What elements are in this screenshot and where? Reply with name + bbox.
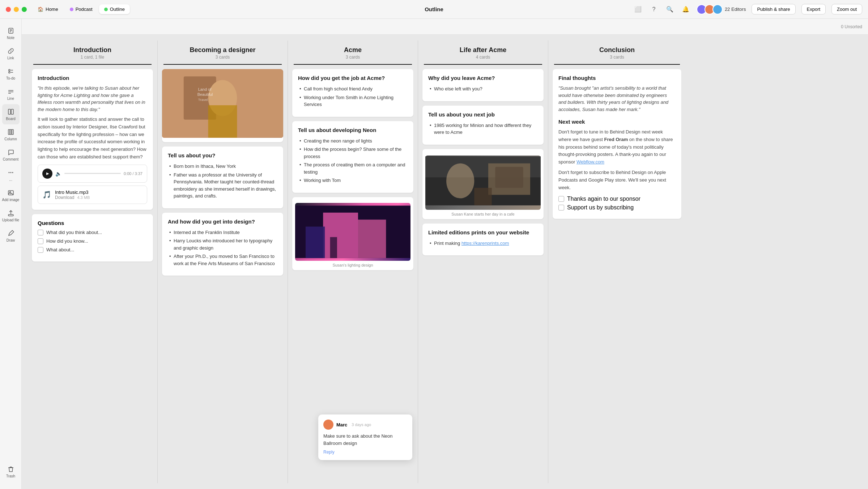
tab-outline[interactable]: Outline: [99, 4, 130, 14]
svg-rect-24: [208, 105, 237, 138]
checkbox-3[interactable]: [38, 247, 43, 253]
conclusion-title: Conclusion: [554, 46, 680, 54]
titlebar-icons: ⬜ ? 🔍 🔔: [633, 4, 691, 14]
note-icon: [7, 27, 14, 34]
avatar-3: [712, 4, 723, 14]
link-label: Link: [7, 56, 14, 60]
download-link[interactable]: Download: [55, 195, 74, 200]
minimize-button[interactable]: [14, 7, 19, 12]
column-becoming-header: Becoming a designer 3 cards: [158, 41, 288, 64]
checkbox-item-1: What did you think about...: [38, 230, 147, 235]
sidebar-item-column[interactable]: Column: [2, 124, 20, 145]
acme-title: Acme: [294, 46, 412, 54]
todo-label: To-do: [6, 76, 15, 80]
home-icon: 🏠: [38, 7, 43, 12]
conclusion-check-label-1: Thanks again to our sponsor: [567, 196, 641, 202]
svg-rect-29: [323, 212, 358, 258]
column-life-after: Life after Acme 4 cards Why did you leav…: [418, 41, 548, 483]
upload-icon: [7, 209, 14, 217]
close-button[interactable]: [6, 7, 11, 12]
svg-point-37: [446, 163, 474, 198]
add-image-icon: [7, 189, 14, 196]
fred-oram: Fred Oram: [604, 137, 628, 142]
becoming-divider: [163, 64, 282, 65]
export-button[interactable]: Export: [801, 4, 826, 14]
time-label: 0:00 / 3:37: [124, 171, 142, 176]
page-title: Outline: [425, 6, 443, 12]
sidebar-item-more[interactable]: ...: [2, 165, 20, 185]
intro-card: Introduction "In this episode, we're tal…: [32, 69, 153, 210]
search-icon[interactable]: 🔍: [665, 4, 675, 14]
becoming-title: Becoming a designer: [163, 46, 282, 54]
note-label: Note: [7, 36, 14, 40]
sidebar-item-upload[interactable]: Upload file: [2, 205, 20, 226]
outline-dot: [104, 8, 108, 11]
file-name: Intro Music.mp3: [55, 190, 142, 195]
sidebar-item-trash[interactable]: Trash: [2, 462, 20, 482]
upload-label: Upload file: [2, 218, 19, 222]
podcast-dot: [70, 8, 73, 11]
next-job-card: Tell us about you next job 1985 working …: [422, 106, 544, 145]
tab-podcast-label: Podcast: [76, 7, 93, 12]
sidebar-item-add-image[interactable]: Add image: [2, 185, 20, 205]
svg-rect-30: [358, 220, 386, 258]
about-you-card: Tell us about you? Born born in Ithaca, …: [162, 146, 283, 208]
neon-card: Tell us about developing Neon Creating t…: [292, 121, 413, 193]
help-icon[interactable]: ?: [649, 4, 659, 14]
sidebar-item-link[interactable]: Link: [2, 43, 20, 64]
questions-title: Questions: [38, 220, 147, 226]
acme-subtitle: 3 cards: [294, 55, 412, 60]
device-icon[interactable]: ⬜: [633, 4, 643, 14]
tab-home[interactable]: 🏠 Home: [33, 4, 63, 14]
conclusion-check-1[interactable]: [558, 196, 564, 202]
sidebar-item-note[interactable]: Note: [2, 23, 20, 43]
comment-user: Marc: [336, 422, 347, 428]
notification-icon[interactable]: 🔔: [681, 4, 691, 14]
columns-container[interactable]: Introduction 1 card, 1 file Introduction…: [22, 35, 868, 489]
audio-player[interactable]: ▶ 🔈 0:00 / 3:37: [38, 165, 147, 183]
svg-point-16: [8, 172, 9, 173]
checkbox-label-1: What did you think about...: [46, 230, 102, 235]
karen-prints-link[interactable]: https://karenprints.com: [461, 241, 509, 246]
column-conclusion-header: Conclusion 3 cards: [548, 41, 686, 64]
music-file-icon: 🎵: [42, 190, 51, 199]
checkbox-1[interactable]: [38, 230, 43, 235]
add-image-label: Add image: [2, 198, 20, 202]
publish-button[interactable]: Publish & share: [752, 4, 795, 14]
webflow-link[interactable]: Webflow.com: [576, 159, 604, 165]
traffic-lights: [6, 7, 27, 12]
reply-button[interactable]: Reply: [323, 450, 335, 455]
about-you-title: Tell us about you?: [168, 152, 277, 158]
sidebar-item-todo[interactable]: To-do: [2, 64, 20, 84]
sidebar-item-board[interactable]: Board: [2, 104, 20, 124]
questions-card: Questions What did you think about... Ho…: [32, 214, 153, 261]
tab-podcast[interactable]: Podcast: [65, 4, 98, 14]
conclusion-check-2[interactable]: [558, 205, 564, 211]
sidebar-item-draw[interactable]: Draw: [2, 226, 20, 246]
conclusion-checkboxes: Thanks again to our sponsor Support us b…: [558, 196, 676, 211]
checkbox-2[interactable]: [38, 238, 43, 244]
play-button[interactable]: ▶: [42, 169, 52, 179]
life-after-divider: [424, 64, 542, 65]
svg-point-17: [10, 172, 11, 173]
sidebar-item-line[interactable]: Line: [2, 84, 20, 104]
svg-rect-14: [10, 129, 12, 135]
top-bar: 0 Unsorted: [22, 19, 868, 35]
editors-label[interactable]: 22 Editors: [725, 7, 746, 12]
comment-avatar: [323, 420, 333, 430]
trash-icon: [7, 465, 14, 473]
final-thoughts-quote: "Susan brought "an artist's sensibility …: [558, 85, 676, 113]
neon-caption: Susan's lighting design: [295, 263, 410, 267]
volume-icon[interactable]: 🔈: [55, 171, 61, 177]
tabs: 🏠 Home Podcast Outline: [33, 4, 130, 14]
zoom-button[interactable]: Zoom out: [831, 4, 862, 14]
line-icon: [7, 88, 14, 95]
svg-rect-32: [330, 237, 337, 258]
designer-image-card: Land of Beautiful Travel: [162, 69, 283, 142]
conclusion-check-label-2: Support us by subscribing: [567, 204, 634, 211]
designer-image: Land of Beautiful Travel: [162, 69, 283, 138]
avatar-group: [697, 4, 723, 14]
comment-popup: Marc 3 days ago Make sure to ask about t…: [318, 414, 412, 460]
fullscreen-button[interactable]: [22, 7, 27, 12]
sidebar-item-comment[interactable]: Comment: [2, 145, 20, 165]
